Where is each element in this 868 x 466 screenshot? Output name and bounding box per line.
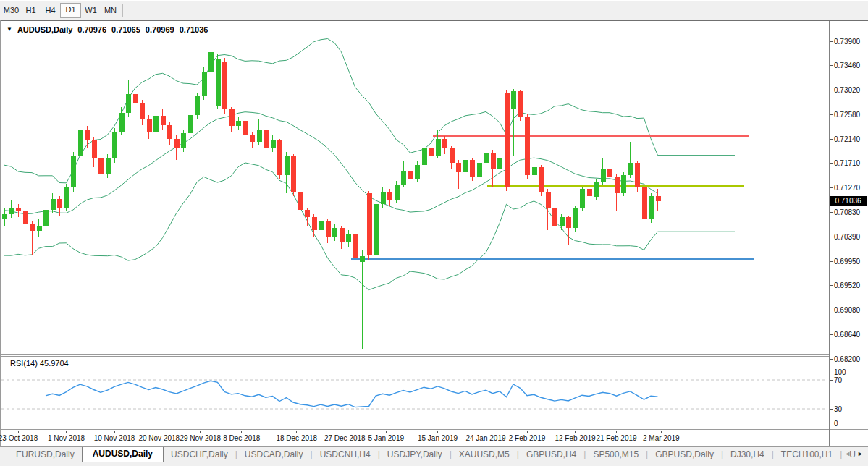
- rsi-axis-tick: [830, 409, 833, 410]
- price-axis-tick: [830, 41, 833, 42]
- price-axis-label: 0.68200: [834, 355, 867, 363]
- date-axis-label: 18 Dec 2018: [273, 434, 321, 442]
- chart-tab-tech100-h1[interactable]: TECH100,H1: [774, 447, 840, 459]
- candle-body: [271, 140, 276, 147]
- date-axis-label: 15 Jan 2019: [414, 434, 462, 442]
- date-axis-tick: [575, 431, 576, 433]
- candle-body: [401, 171, 406, 185]
- timeframe-button-d1[interactable]: D1: [60, 3, 81, 18]
- date-axis-tick: [66, 431, 67, 433]
- candle-body: [560, 217, 565, 226]
- toolbar-separator: [122, 4, 123, 17]
- chart-tab-usdcad-daily[interactable]: USDCAD,Daily: [237, 447, 311, 459]
- candle-body: [442, 139, 447, 148]
- candle-body: [374, 204, 379, 254]
- price-axis-tick: [830, 334, 833, 335]
- price-axis-tick: [830, 90, 833, 90]
- chart-tab-xauusd-m5[interactable]: XAUUSD,M5: [452, 447, 517, 459]
- chart-tab-dj30-h4[interactable]: DJ30,H4: [723, 447, 772, 459]
- ohlc-close: 0.71036: [180, 25, 208, 34]
- chart-tab-audusd-daily[interactable]: AUDUSD,Daily: [82, 446, 164, 462]
- price-axis-label: 0.69080: [834, 306, 867, 314]
- price-axis-tick: [830, 359, 833, 360]
- rsi-line: [46, 381, 658, 407]
- date-axis-tick: [159, 431, 159, 433]
- splitter-line: [0, 354, 829, 355]
- tab-scroll-right-icon[interactable]: ►: [857, 450, 864, 457]
- candle-body: [305, 210, 310, 217]
- candle-body: [112, 132, 117, 158]
- price-axis-divider: [829, 21, 830, 446]
- candle-body: [491, 153, 496, 169]
- main-chart-canvas[interactable]: [0, 22, 829, 354]
- candle-body: [381, 192, 386, 204]
- candle-body: [64, 187, 69, 208]
- candle-body: [546, 192, 551, 208]
- date-axis-label: 2 Mar 2019: [637, 434, 685, 442]
- timeframe-button-w1[interactable]: W1: [81, 4, 101, 17]
- chart-tab-usdcnh-h4[interactable]: USDCNH,H4: [313, 447, 378, 459]
- candle-body: [635, 163, 640, 187]
- date-axis-tick: [18, 431, 19, 433]
- candle-body: [174, 139, 180, 148]
- timeframe-button-m30[interactable]: M30: [1, 4, 21, 17]
- candle-body: [71, 156, 76, 187]
- candle-body: [37, 226, 42, 231]
- candle-body: [85, 130, 90, 140]
- ohlc-open: 0.70976: [77, 25, 106, 34]
- candle-body: [298, 192, 303, 210]
- chart-frame-top: [0, 20, 868, 21]
- rsi-chart-canvas[interactable]: [0, 357, 829, 429]
- chart-tab-gbpusd-h4[interactable]: GBPUSD,H4: [519, 447, 583, 459]
- candle-body: [229, 109, 235, 126]
- candle-body: [195, 96, 200, 115]
- price-axis-label: 0.73020: [834, 86, 867, 94]
- candle-body: [285, 156, 290, 175]
- date-axis-tick: [527, 431, 528, 433]
- candle-body: [649, 196, 654, 219]
- timeframe-button-h1[interactable]: H1: [21, 4, 41, 17]
- candle-body: [408, 171, 413, 179]
- timeframe-button-mn[interactable]: MN: [101, 4, 120, 17]
- candle-body: [395, 185, 400, 200]
- date-axis-tick: [386, 431, 387, 433]
- candle-body: [153, 116, 159, 132]
- candle-body: [277, 140, 282, 175]
- candle-body: [106, 158, 111, 174]
- chart-title: ▼ AUDUSD,Daily 0.70976 0.71065 0.70969 0…: [7, 25, 208, 34]
- date-axis-label: 10 Nov 2018: [90, 434, 138, 442]
- collapse-triangle-icon[interactable]: ▼: [7, 26, 12, 33]
- candle-body: [126, 94, 131, 113]
- candle-body: [326, 221, 331, 237]
- candle-body: [2, 214, 7, 219]
- chart-tab-gbpusd-daily[interactable]: GBPUSD,Daily: [648, 447, 721, 459]
- price-axis-tick: [830, 187, 833, 188]
- price-axis-label: 0.70830: [834, 208, 867, 216]
- candle-body: [429, 148, 434, 156]
- price-axis-tick: [830, 139, 833, 140]
- tab-scroll-left-icon[interactable]: ◄: [844, 450, 851, 457]
- candle-body: [140, 103, 145, 118]
- candle-body: [147, 119, 152, 132]
- candle-body: [312, 217, 317, 230]
- rsi-axis-label: 70: [834, 376, 863, 384]
- timeframe-toolbar: M30H1H4D1W1MN: [0, 1, 868, 20]
- chart-tab-usdchf-daily[interactable]: USDCHF,Daily: [164, 447, 235, 459]
- candle-body: [92, 140, 97, 158]
- tab-scroll-arrows: ◄ ►: [844, 450, 864, 457]
- timeframe-button-h4[interactable]: H4: [41, 4, 60, 17]
- bollinger-band-line: [4, 39, 735, 183]
- price-axis-tick: [830, 310, 833, 310]
- rsi-indicator-label: RSI(14) 45.9704: [10, 359, 69, 368]
- candle-body: [291, 156, 296, 192]
- candle-body: [463, 160, 468, 173]
- candle-body: [594, 182, 599, 196]
- chart-tab-usdjpy-daily[interactable]: USDJPY,Daily: [380, 447, 450, 459]
- date-axis-label: 21 Feb 2019: [593, 434, 641, 442]
- candle-body: [573, 208, 578, 229]
- date-axis-tick: [296, 431, 297, 433]
- chart-tab-sp500-m15[interactable]: SP500,M15: [586, 447, 646, 459]
- price-axis-label: 0.71270: [834, 184, 867, 192]
- date-axis-label: 23 Oct 2018: [0, 434, 42, 442]
- chart-tab-eurusd-daily[interactable]: EURUSD,Daily: [9, 447, 82, 459]
